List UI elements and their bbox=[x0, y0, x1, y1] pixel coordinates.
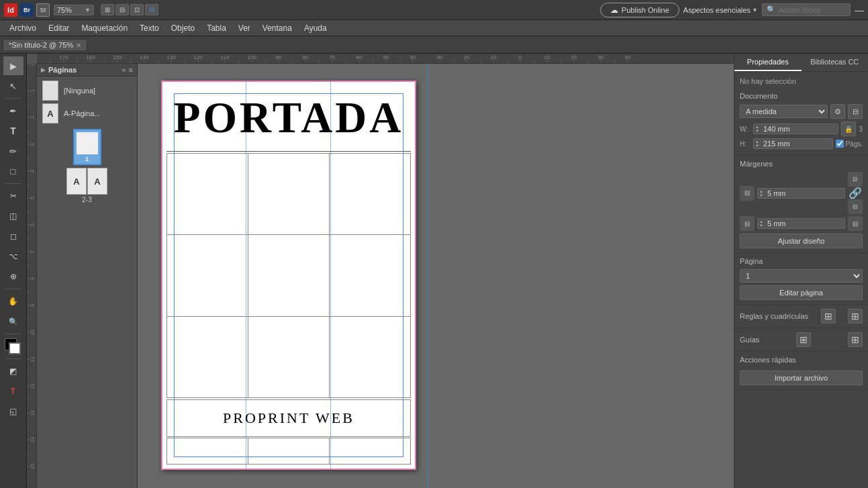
format-apply-tool[interactable]: ◩ bbox=[3, 362, 23, 381]
pencil-icon: ✏ bbox=[9, 146, 17, 156]
svg-text:40: 40 bbox=[625, 54, 631, 60]
pages-collapse-icon[interactable]: « bbox=[122, 66, 126, 74]
margin-bottom-stepper[interactable]: ▲ ▼ 5 mm bbox=[757, 218, 845, 229]
st-icon: St bbox=[36, 3, 50, 17]
publish-online-button[interactable]: ☁ Publish Online bbox=[600, 3, 679, 17]
guias-icon-btn2[interactable]: ⊞ bbox=[848, 332, 863, 347]
menu-ver[interactable]: Ver bbox=[233, 22, 256, 34]
editar-pagina-btn[interactable]: Editar página bbox=[740, 285, 863, 300]
zoom-control[interactable]: 75% ▼ bbox=[54, 5, 94, 15]
menu-ayuda[interactable]: Ayuda bbox=[299, 22, 332, 34]
note-tool[interactable]: ◻ bbox=[3, 227, 23, 246]
reglas-icon-btn2[interactable]: ⊞ bbox=[848, 309, 863, 324]
page-1-thumb[interactable]: 1 bbox=[73, 129, 101, 165]
menu-objeto[interactable]: Objeto bbox=[166, 22, 200, 34]
measure-tool[interactable]: ⊕ bbox=[3, 267, 23, 286]
hand-tool[interactable]: ✋ bbox=[3, 292, 23, 311]
height-value: 215 mm bbox=[761, 139, 832, 148]
menu-maquetacion[interactable]: Maquetación bbox=[76, 22, 133, 34]
menu-tabla[interactable]: Tabla bbox=[201, 22, 232, 34]
height-stepper[interactable]: ▲ ▼ 215 mm bbox=[753, 138, 833, 149]
guias-icon-btn[interactable]: ⊞ bbox=[796, 332, 811, 347]
libraries-tab[interactable]: Bibliotecas CC bbox=[802, 54, 869, 71]
reglas-icon-btn[interactable]: ⊞ bbox=[821, 309, 836, 324]
tool-divider-3 bbox=[5, 289, 21, 289]
fill-stroke-area bbox=[3, 337, 23, 356]
view-mode-btn-4[interactable]: ⊟ bbox=[145, 4, 158, 15]
workspace-selector[interactable]: Aspectos esenciales ▼ bbox=[683, 6, 758, 14]
h-arrow-down[interactable]: ▼ bbox=[755, 144, 759, 148]
svg-text:20: 20 bbox=[571, 54, 577, 60]
pages-menu-icon[interactable]: ≡ bbox=[129, 66, 133, 74]
rectangle-icon: □ bbox=[11, 166, 16, 177]
slice-tool[interactable]: ◱ bbox=[3, 402, 23, 421]
spread-thumbs: A A bbox=[66, 168, 107, 195]
selection-tool[interactable]: ▶ bbox=[3, 56, 23, 75]
gradient-tool[interactable]: ◫ bbox=[3, 207, 23, 226]
svg-text:70: 70 bbox=[330, 54, 336, 60]
view-mode-btn-1[interactable]: ⊞ bbox=[101, 4, 114, 15]
menu-archivo[interactable]: Archivo bbox=[4, 22, 42, 34]
acciones-section: Acciones rápidas Importar archivo bbox=[734, 352, 868, 390]
mb-arrows[interactable]: ▲ ▼ bbox=[758, 219, 765, 228]
menu-texto[interactable]: Texto bbox=[134, 22, 164, 34]
page-number-select[interactable]: 1 bbox=[740, 269, 863, 283]
eyedropper-tool[interactable]: ⌥ bbox=[3, 247, 23, 266]
h-stepper-arrows[interactable]: ▲ ▼ bbox=[754, 140, 761, 148]
properties-tab[interactable]: Propiedades bbox=[734, 54, 802, 71]
svg-text:10: 10 bbox=[30, 330, 35, 335]
spread-page-3-thumb[interactable]: A bbox=[87, 168, 107, 195]
mt-down[interactable]: ▼ bbox=[759, 193, 763, 197]
margin-top-stepper[interactable]: ▲ ▼ 5 mm bbox=[757, 188, 845, 199]
canvas-area[interactable]: PORTADA bbox=[138, 64, 734, 488]
hand-icon: ✋ bbox=[8, 297, 18, 306]
ajustar-diseno-btn[interactable]: Ajustar diseño bbox=[740, 234, 863, 248]
width-row: W: ▲ ▼ 140 mm 🔒 3 bbox=[740, 121, 863, 136]
zoom-tool[interactable]: 🔍 bbox=[3, 312, 23, 331]
none-thumb[interactable] bbox=[42, 81, 58, 101]
margin-link-icon[interactable]: 🔗 bbox=[849, 187, 862, 199]
importar-archivo-btn[interactable]: Importar archivo bbox=[740, 371, 863, 385]
minimize-icon[interactable]: — bbox=[855, 5, 864, 15]
menu-ventana[interactable]: Ventana bbox=[257, 22, 297, 34]
portada-container: PORTADA bbox=[166, 85, 411, 152]
pages-checkbox[interactable] bbox=[836, 140, 844, 148]
search-input[interactable] bbox=[779, 6, 846, 14]
search-bar[interactable]: 🔍 bbox=[762, 3, 851, 16]
tab-close-icon[interactable]: ✕ bbox=[76, 42, 81, 49]
view-mode-btn-2[interactable]: ⊟ bbox=[115, 4, 129, 15]
preview-tool[interactable]: T bbox=[3, 382, 23, 401]
svg-text:100: 100 bbox=[247, 54, 256, 60]
mt-arrows[interactable]: ▲ ▼ bbox=[758, 189, 765, 197]
doc-options-btn[interactable]: ⚙ bbox=[830, 104, 845, 119]
svg-text:14: 14 bbox=[30, 437, 35, 442]
pencil-tool[interactable]: ✏ bbox=[3, 142, 23, 160]
bottom-cell-3 bbox=[330, 438, 411, 465]
pages-panel-icons: « ≡ bbox=[122, 66, 133, 74]
stroke-color[interactable] bbox=[9, 342, 21, 354]
direct-selection-tool[interactable]: ↖ bbox=[3, 77, 23, 95]
doc-tab-label: *Sin título-2 @ 75% bbox=[9, 41, 73, 49]
margin-bottom-icon: ⊟ bbox=[740, 216, 755, 231]
view-mode-btn-3[interactable]: ⊡ bbox=[130, 4, 144, 15]
spread-page-2-thumb[interactable]: A bbox=[66, 168, 87, 195]
doc-layout-btn[interactable]: ⊟ bbox=[848, 104, 863, 119]
menu-editar[interactable]: Editar bbox=[43, 22, 75, 34]
document-tab[interactable]: *Sin título-2 @ 75% ✕ bbox=[3, 39, 87, 50]
type-tool[interactable]: T bbox=[3, 121, 23, 140]
svg-text:30: 30 bbox=[437, 54, 443, 60]
width-stepper[interactable]: ▲ ▼ 140 mm bbox=[753, 124, 838, 134]
master-thumb[interactable]: A bbox=[42, 103, 58, 124]
mb-down[interactable]: ▼ bbox=[759, 224, 763, 228]
pen-tool[interactable]: ✒ bbox=[3, 101, 23, 120]
scissors-tool[interactable]: ✂ bbox=[3, 187, 23, 205]
w-stepper-arrows[interactable]: ▲ ▼ bbox=[754, 125, 761, 133]
grid-cell-2-1 bbox=[167, 235, 248, 316]
w-lock-btn[interactable]: 🔒 bbox=[841, 121, 856, 136]
doc-size-select[interactable]: A medida bbox=[740, 105, 828, 118]
svg-text:160: 160 bbox=[86, 54, 95, 60]
w-arrow-down[interactable]: ▼ bbox=[755, 129, 759, 133]
margin-top-right-icon: ⊟ bbox=[848, 172, 863, 187]
svg-text:9: 9 bbox=[30, 304, 35, 307]
rectangle-tool[interactable]: □ bbox=[3, 162, 23, 181]
